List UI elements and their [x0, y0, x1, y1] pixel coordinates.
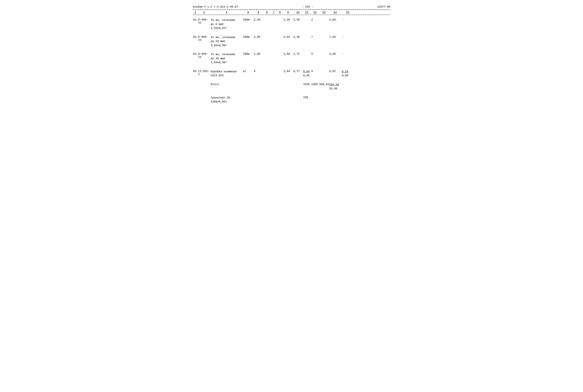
transport-label: Транспорт 5% 3I68х0,05=: [210, 96, 243, 104]
col-header-5: 5: [253, 11, 263, 14]
col-header-4: 4: [243, 11, 253, 14]
entry-64-desc: То же, сечением до 35 мм2 I,84х0,98=: [210, 52, 243, 65]
entry-63-code: 8-409-I3: [198, 36, 210, 42]
entry-62-qty: I,50: [253, 18, 263, 21]
col-header-12: I2: [311, 11, 319, 14]
col-header-10: IO: [293, 11, 303, 14]
entry-63-col10: 2,38: [293, 36, 303, 38]
entry-63-qty: 2,96: [253, 36, 263, 38]
entry-65-num: 65.: [193, 70, 198, 73]
entry-65-col9: I,04: [283, 70, 293, 73]
entry-62-col9: I,38: [283, 18, 293, 21]
itogo-col13: 596,44: [319, 83, 329, 86]
entry-65-row: 65. II-582-2 Коробка клеммная У6I4-АУ2 ш…: [193, 69, 390, 78]
entry-62-code: 8-409-I2: [198, 18, 210, 24]
itogo-row: Итого 3I68 I405 596,44 I04,20 32,66: [193, 82, 390, 92]
entry-64-col9: 2,88: [283, 52, 293, 56]
entry-62-unit: I00м: [243, 18, 253, 21]
entry-64-qty: I,80: [253, 52, 263, 56]
page-container: альбом У ч.2 т.п.813-2-46.87 - 252 - 225…: [193, 6, 390, 104]
transport-col11: I58: [303, 96, 311, 99]
col-header-3: 3: [210, 11, 243, 14]
entry-65-col12: 6: [311, 70, 319, 73]
entry-63-col9: 2,53: [283, 36, 293, 38]
entry-65-col11: 0,04 0,0I: [303, 70, 311, 78]
entry-64-col14: 4,88: [329, 52, 342, 56]
col-header-9: 9: [283, 11, 293, 14]
entry-65-qty: 6: [253, 70, 263, 73]
entry-62-desc: То же, сечением до 6 мм2 I,55х0,97=: [210, 18, 243, 30]
entry-64-num: 64.: [193, 52, 198, 56]
col-header-7: 7: [270, 11, 277, 14]
entry-65-col15: 0,24 0,06: [342, 70, 354, 78]
itogo-col14: I04,20 32,66: [329, 83, 342, 91]
entry-64-col10: 2,7I: [293, 52, 303, 56]
col-header-8: 8: [277, 11, 283, 14]
col-header-14: I4: [329, 11, 342, 14]
entry-65-col10: 0,77: [293, 70, 303, 73]
entry-64-col15: -: [342, 52, 354, 56]
entry-64-unit: I00м: [243, 52, 253, 56]
entry-63-col12: 7: [311, 36, 319, 38]
entry-63-col14: 7,04: [329, 36, 342, 38]
entry-62-col12: 2: [311, 18, 319, 21]
entry-63-num: 63.: [193, 36, 198, 38]
entry-65-unit: шт: [243, 70, 253, 73]
itogo-label: Итого: [210, 83, 243, 86]
entry-63-desc: То же, сечением до 16 мм2 3,02х0,98=: [210, 36, 243, 48]
entry-63-col15: -: [342, 36, 354, 38]
itogo-block: Итого 3I68 I405 596,44 I04,20 32,66: [193, 82, 390, 92]
dashed-separator-top: [193, 10, 390, 10]
col-header-11: II: [303, 11, 311, 14]
col-header-1: I: [193, 11, 198, 14]
entry-62-col15: -: [342, 18, 354, 21]
itogo-col12: I405: [311, 83, 319, 86]
entry-65-col14: 4,62: [329, 70, 342, 73]
col-header-2: 2: [198, 11, 210, 14]
header-right: 22577-06: [377, 6, 390, 8]
header-center: - 252 -: [302, 6, 313, 8]
entry-62-col10: I,26: [293, 18, 303, 21]
entry-62: 62. 8-409-I2 То же, сечением до 6 мм2 I,…: [193, 18, 390, 31]
transport-row: Транспорт 5% 3I68х0,05= I58: [193, 96, 390, 104]
col-header-13: I3: [319, 11, 329, 14]
transport-block: Транспорт 5% 3I68х0,05= I58: [193, 96, 390, 104]
entry-65-code: II-582-2: [198, 70, 210, 76]
col-header-6: 6: [263, 11, 270, 14]
entry-64-col12: 5: [311, 52, 319, 56]
col-header-15: I5: [342, 11, 354, 14]
header-row: альбом У ч.2 т.п.813-2-46.87 - 252 - 225…: [193, 6, 390, 8]
entry-62-col14: I,89: [329, 18, 342, 21]
header-left: альбом У ч.2 т.п.813-2-46.87: [193, 6, 238, 8]
columns-header-row: I 2 3 4 5 6 7 8 9 IO II I2 I3 I4 I5: [193, 11, 390, 15]
entry-63-unit: I00м: [243, 36, 253, 38]
entry-64-code: 8-409-I4: [198, 52, 210, 59]
entry-63: 63. 8-409-I3 То же, сечением до 16 мм2 3…: [193, 35, 390, 48]
entry-64-row: 64. 8-409-I4 То же, сечением до 35 мм2 I…: [193, 52, 390, 65]
entry-62-num: 62.: [193, 18, 198, 21]
entry-63-row: 63. 8-409-I3 То же, сечением до 16 мм2 3…: [193, 35, 390, 48]
entry-65-desc: Коробка клеммная У6I4-АУ2: [210, 70, 243, 78]
entry-64: 64. 8-409-I4 То же, сечением до 35 мм2 I…: [193, 52, 390, 65]
itogo-col11: 3I68: [303, 83, 311, 86]
entry-62-row: 62. 8-409-I2 То же, сечением до 6 мм2 I,…: [193, 18, 390, 31]
entry-65: 65. II-582-2 Коробка клеммная У6I4-АУ2 ш…: [193, 69, 390, 78]
